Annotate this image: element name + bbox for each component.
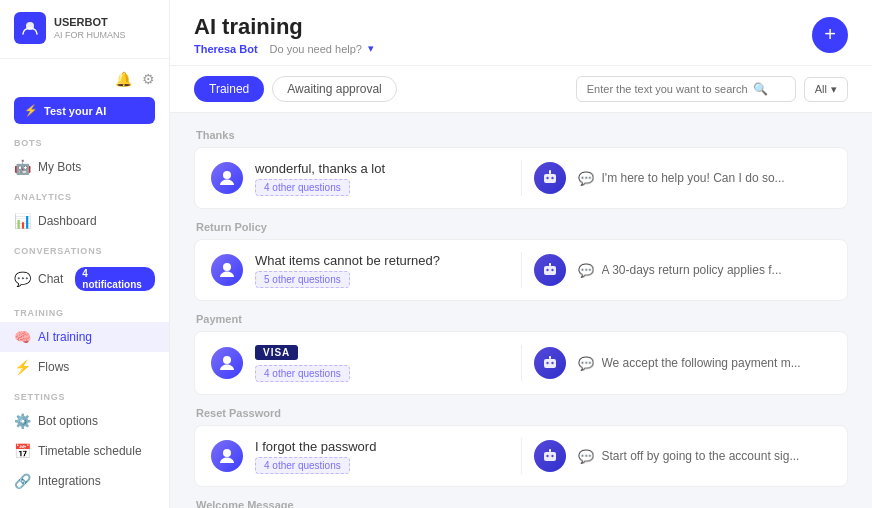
- section-label-bots: BOTS: [0, 128, 169, 152]
- breadcrumb-help: Do you need help?: [270, 43, 362, 55]
- answer-text: Start off by going to the account sig...: [602, 449, 800, 463]
- avatar: [211, 347, 243, 379]
- sidebar-item-label: AI training: [38, 330, 92, 344]
- svg-rect-21: [549, 449, 551, 452]
- question-text: What items cannot be returned?: [255, 253, 509, 268]
- chat-icon: 💬: [14, 271, 30, 287]
- add-button[interactable]: +: [812, 17, 848, 53]
- svg-point-6: [549, 170, 551, 172]
- question-badge: 4 other questions: [255, 457, 350, 474]
- category-payment: Payment VISA 4 other questions 💬 W: [194, 313, 848, 395]
- bot-avatar: [534, 440, 566, 472]
- category-title: Payment: [194, 313, 848, 325]
- sidebar-section-settings: SETTINGS ⚙️ Bot options 📅 Timetable sche…: [0, 382, 169, 496]
- message-icon: 💬: [578, 356, 594, 371]
- table-row[interactable]: VISA 4 other questions 💬 We accept the f…: [194, 331, 848, 395]
- toolbar: Trained Awaiting approval 🔍 All ▾: [170, 66, 872, 113]
- category-thanks: Thanks wonderful, thanks a lot 4 other q…: [194, 129, 848, 209]
- dashboard-icon: 📊: [14, 213, 30, 229]
- breadcrumb-chevron[interactable]: ▾: [368, 42, 374, 55]
- section-label-settings: SETTINGS: [0, 382, 169, 406]
- svg-point-15: [551, 362, 553, 364]
- search-area: 🔍 All ▾: [576, 76, 848, 102]
- table-row[interactable]: I forgot the password 4 other questions …: [194, 425, 848, 487]
- svg-rect-11: [549, 263, 551, 266]
- sidebar: USERBOT AI FOR HUMANS 🔔 ⚙ Test your AI B…: [0, 0, 170, 508]
- sidebar-item-flows[interactable]: ⚡ Flows: [0, 352, 169, 382]
- category-return-policy: Return Policy What items cannot be retur…: [194, 221, 848, 301]
- svg-point-9: [546, 269, 548, 271]
- main-content: AI training Theresa Bot Do you need help…: [170, 0, 872, 508]
- table-row[interactable]: wonderful, thanks a lot 4 other question…: [194, 147, 848, 209]
- sidebar-section-bots: BOTS 🤖 My Bots: [0, 128, 169, 182]
- svg-point-20: [551, 455, 553, 457]
- notification-icon[interactable]: 🔔: [115, 71, 132, 87]
- sidebar-item-my-bots[interactable]: 🤖 My Bots: [0, 152, 169, 182]
- ai-training-icon: 🧠: [14, 329, 30, 345]
- category-title: Reset Password: [194, 407, 848, 419]
- visa-badge: VISA: [255, 345, 298, 360]
- svg-point-19: [546, 455, 548, 457]
- bot-avatar: [534, 254, 566, 286]
- svg-point-10: [551, 269, 553, 271]
- answer-area: 💬 Start off by going to the account sig.…: [578, 449, 832, 464]
- message-icon: 💬: [578, 263, 594, 278]
- divider: [521, 252, 522, 288]
- logo: USERBOT AI FOR HUMANS: [14, 12, 155, 44]
- sidebar-item-ai-training[interactable]: 🧠 AI training: [0, 322, 169, 352]
- header-left: AI training Theresa Bot Do you need help…: [194, 14, 374, 55]
- sidebar-item-timetable[interactable]: 📅 Timetable schedule: [0, 436, 169, 466]
- filter-button[interactable]: All ▾: [804, 77, 848, 102]
- section-label-training: TRAINING: [0, 298, 169, 322]
- page-title: AI training: [194, 14, 374, 40]
- svg-point-12: [223, 356, 231, 364]
- flows-icon: ⚡: [14, 359, 30, 375]
- section-label-analytics: ANALYTICS: [0, 182, 169, 206]
- sidebar-item-label: Bot options: [38, 414, 98, 428]
- search-input[interactable]: [587, 83, 747, 95]
- tab-awaiting[interactable]: Awaiting approval: [272, 76, 397, 102]
- sidebar-item-integrations[interactable]: 🔗 Integrations: [0, 466, 169, 496]
- table-row[interactable]: What items cannot be returned? 5 other q…: [194, 239, 848, 301]
- sidebar-item-label: Timetable schedule: [38, 444, 142, 458]
- svg-rect-13: [544, 359, 556, 368]
- sidebar-section-analytics: ANALYTICS 📊 Dashboard: [0, 182, 169, 236]
- divider: [521, 345, 522, 381]
- tab-trained[interactable]: Trained: [194, 76, 264, 102]
- sidebar-item-chat[interactable]: 💬 Chat 4 notifications: [0, 260, 169, 298]
- avatar: [211, 254, 243, 286]
- page-header: AI training Theresa Bot Do you need help…: [170, 0, 872, 66]
- question-badge: 5 other questions: [255, 271, 350, 288]
- message-icon: 💬: [578, 171, 594, 186]
- section-label-conversations: CONVERSATIONS: [0, 236, 169, 260]
- category-welcome: Welcome Message I need assistance 4 othe…: [194, 499, 848, 508]
- bot-avatar: [534, 347, 566, 379]
- avatar: [211, 162, 243, 194]
- category-title: Welcome Message: [194, 499, 848, 508]
- settings-icon[interactable]: ⚙: [142, 71, 155, 87]
- sidebar-item-label: Chat: [38, 272, 63, 286]
- svg-point-3: [546, 177, 548, 179]
- question-area: What items cannot be returned? 5 other q…: [255, 253, 509, 288]
- chat-badge: 4 notifications: [75, 267, 155, 291]
- sidebar-item-label: Integrations: [38, 474, 101, 488]
- sidebar-item-label: Flows: [38, 360, 69, 374]
- question-area: VISA 4 other questions: [255, 344, 509, 382]
- integrations-icon: 🔗: [14, 473, 30, 489]
- search-box: 🔍: [576, 76, 796, 102]
- svg-rect-8: [544, 266, 556, 275]
- breadcrumb-bot[interactable]: Theresa Bot: [194, 43, 258, 55]
- answer-area: 💬 A 30-days return policy applies f...: [578, 263, 832, 278]
- sidebar-item-label: Dashboard: [38, 214, 97, 228]
- svg-rect-16: [549, 356, 551, 359]
- sidebar-item-dashboard[interactable]: 📊 Dashboard: [0, 206, 169, 236]
- filter-chevron-icon: ▾: [831, 83, 837, 96]
- timetable-icon: 📅: [14, 443, 30, 459]
- svg-point-17: [223, 449, 231, 457]
- test-ai-button[interactable]: Test your AI: [14, 97, 155, 124]
- question-area: I forgot the password 4 other questions: [255, 439, 509, 474]
- tab-group: Trained Awaiting approval: [194, 76, 397, 102]
- answer-area: 💬 I'm here to help you! Can I do so...: [578, 171, 832, 186]
- sidebar-item-bot-options[interactable]: ⚙️ Bot options: [0, 406, 169, 436]
- svg-point-7: [223, 263, 231, 271]
